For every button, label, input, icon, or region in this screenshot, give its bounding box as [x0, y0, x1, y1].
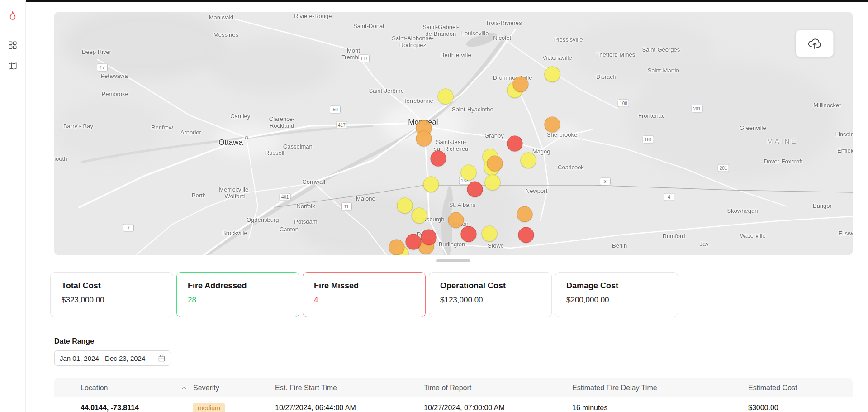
fire-marker-orange[interactable]	[448, 212, 464, 228]
fire-marker-yellow[interactable]	[423, 176, 439, 192]
stat-card-label: Fire Missed	[314, 281, 414, 291]
road-shield-badge: 7	[123, 224, 134, 232]
stat-card-label: Total Cost	[62, 281, 162, 291]
fire-marker-red[interactable]	[507, 135, 523, 151]
date-range-input[interactable]: Jan 01, 2024 - Dec 23, 2024	[54, 350, 171, 366]
fire-marker-yellow[interactable]	[437, 88, 453, 104]
column-header-location[interactable]: Location	[81, 384, 193, 392]
cell-start-time: 10/27/2024, 06:44:00 AM	[275, 404, 424, 412]
date-range-value: Jan 01, 2024 - Dec 23, 2024	[60, 355, 145, 362]
fire-marker-red[interactable]	[518, 227, 534, 243]
road-shield-badge: 11	[341, 203, 352, 211]
stat-card-value: 4	[314, 296, 414, 305]
table-body: 44.0144, -73.8114 medium 10/27/2024, 06:…	[54, 397, 853, 412]
column-header-cost: Estimated Cost	[748, 384, 853, 392]
cloud-upload-icon	[808, 38, 821, 50]
fire-marker-red[interactable]	[430, 150, 446, 166]
column-header-severity: Severity	[193, 384, 275, 392]
road-shield-badge: 4	[664, 193, 674, 201]
stat-card-label: Damage Cost	[566, 281, 667, 291]
date-range-label: Date Range	[54, 337, 868, 345]
dashboard-grid-icon	[8, 40, 18, 50]
stat-card-value: $323,000.00	[62, 296, 162, 305]
fires-table: Location Severity Est. Fire Start Time T…	[54, 378, 853, 412]
fire-marker-yellow[interactable]	[397, 197, 413, 213]
flame-icon	[8, 10, 18, 20]
fire-marker-yellow[interactable]	[521, 152, 536, 168]
road-shield-badge: 161	[643, 135, 654, 143]
road-shield-badge: 201	[691, 105, 702, 113]
cell-cost: $3000.00	[748, 404, 853, 412]
fire-marker-yellow[interactable]	[545, 67, 560, 82]
fire-marker-orange[interactable]	[487, 156, 503, 172]
sidebar-item-dashboard[interactable]	[7, 40, 18, 51]
cell-severity: medium	[193, 403, 275, 412]
fire-marker-orange[interactable]	[416, 130, 432, 146]
sidebar	[0, 0, 26, 412]
fire-marker-yellow[interactable]	[461, 165, 477, 181]
app-root: ManiwakiRivière-RougeSaint-DonatSaint-Ga…	[0, 0, 868, 412]
fire-marker-yellow[interactable]	[411, 208, 427, 224]
fire-marker-orange[interactable]	[545, 116, 560, 132]
stat-card-total-cost: Total Cost $323,000.00	[50, 272, 173, 317]
table-header: Location Severity Est. Fire Start Time T…	[54, 378, 853, 397]
fire-marker-orange[interactable]	[517, 206, 532, 222]
column-header-report-time: Time of Report	[424, 384, 572, 392]
sidebar-item-fires[interactable]	[7, 10, 18, 21]
stat-card-fire-addressed: Fire Addressed 28	[176, 272, 299, 317]
table-row[interactable]: 44.0144, -73.8114 medium 10/27/2024, 06:…	[54, 397, 853, 412]
road-shield-badge: 417	[336, 121, 347, 129]
fire-marker-red[interactable]	[421, 230, 436, 245]
road-shield-badge: 401	[280, 193, 291, 201]
column-header-delay-time: Estimated Fire Delay Time	[572, 384, 748, 392]
road-shield-badge: 108	[618, 99, 629, 107]
fire-marker-red[interactable]	[461, 226, 477, 242]
road-shield-badge: 3	[600, 177, 611, 185]
cell-report-time: 10/27/2024, 07:00:00 AM	[424, 404, 572, 412]
road-shield-badge: 117	[359, 54, 370, 62]
map-scroll-indicator[interactable]	[436, 259, 470, 262]
sidebar-item-map[interactable]	[7, 61, 18, 72]
stat-card-label: Operational Cost	[440, 281, 541, 291]
upload-button[interactable]	[796, 30, 834, 57]
map-canvas[interactable]: ManiwakiRivière-RougeSaint-DonatSaint-Ga…	[54, 12, 853, 255]
fire-marker-red[interactable]	[467, 182, 483, 197]
stat-card-value: $200,000.00	[566, 296, 667, 305]
cell-delay-time: 16 minutes	[572, 404, 748, 412]
column-label: Location	[81, 384, 108, 392]
stat-card-label: Fire Addressed	[188, 281, 288, 291]
stat-card-value: 28	[188, 296, 288, 305]
fire-marker-yellow[interactable]	[481, 225, 497, 241]
stat-card-damage-cost: Damage Cost $200,000.00	[555, 272, 678, 317]
stats-row: Total Cost $323,000.00 Fire Addressed 28…	[50, 272, 868, 317]
severity-badge: medium	[193, 403, 225, 412]
cell-location: 44.0144, -73.8114	[81, 404, 193, 412]
date-range-section: Date Range Jan 01, 2024 - Dec 23, 2024	[54, 337, 868, 366]
road-shield-badge: 201	[718, 164, 729, 172]
stat-card-value: $123,000.00	[440, 296, 541, 305]
road-shield-badge: 17	[97, 63, 108, 71]
fire-marker-yellow[interactable]	[484, 175, 500, 191]
main-content: ManiwakiRivière-RougeSaint-DonatSaint-Ga…	[26, 0, 868, 412]
fire-marker-orange[interactable]	[512, 76, 528, 92]
calendar-icon	[158, 355, 166, 362]
stat-card-operational-cost: Operational Cost $123,000.00	[429, 272, 552, 317]
column-header-start-time: Est. Fire Start Time	[275, 384, 424, 392]
road-shield-badge: 50	[330, 106, 341, 114]
map-icon	[8, 61, 18, 71]
sort-caret-icon[interactable]	[181, 386, 187, 390]
stat-card-fire-missed: Fire Missed 4	[303, 272, 426, 317]
fire-marker-orange[interactable]	[389, 239, 405, 255]
fire-marker-red[interactable]	[406, 234, 422, 250]
